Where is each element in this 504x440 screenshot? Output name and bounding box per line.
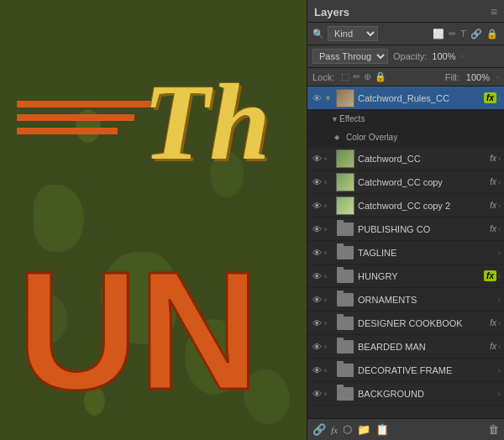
fx-badge-catchword-cc-copy2[interactable]: fx [490, 201, 496, 210]
chevron-bearded-man[interactable]: › [498, 343, 501, 351]
layer-name-tagline: TAGLINE [358, 248, 498, 258]
chevron-designer-cookbook[interactable]: › [498, 319, 501, 327]
expand-arrow-publishing-co[interactable]: › [324, 225, 333, 233]
folder-icon-decorative-frame [337, 364, 354, 377]
eye-icon-hungry[interactable]: 👁 [311, 271, 323, 281]
chevron-catchword-cc[interactable]: › [498, 155, 501, 163]
layer-catchword-rules-cc[interactable]: 👁 ▼ Catchword_Rules_CC fx › [307, 86, 504, 110]
eye-icon-bearded-man[interactable]: 👁 [311, 342, 323, 352]
expand-arrow-background[interactable]: › [324, 390, 333, 398]
fill-chevron[interactable]: › [496, 73, 499, 81]
eye-icon-background[interactable]: 👁 [311, 389, 323, 399]
layer-name-publishing-co: PUBLISHING CO [358, 224, 490, 234]
orange-line-1 [17, 101, 151, 107]
fx-badge-publishing-co[interactable]: fx [490, 224, 496, 233]
layer-thumb-hungry [336, 267, 354, 285]
layer-catchword-cc-copy2[interactable]: 👁 › Catchword_CC copy 2 fx › [307, 194, 504, 217]
layer-thumb-decorative-frame [336, 361, 354, 380]
expand-arrow-decorative-frame[interactable]: › [324, 366, 333, 375]
eye-icon-publishing-co[interactable]: 👁 [311, 224, 323, 234]
lock-position-btn[interactable]: ⊕ [364, 71, 371, 82]
filter-pixel-btn[interactable]: ⬜ [432, 28, 445, 40]
layers-panel: Layers ≡ 🔍 Kind ⬜ ✏ T 🔗 🔒 Pass Through O… [307, 0, 504, 440]
blend-mode-select[interactable]: Pass Through [312, 49, 388, 64]
layer-thumb-catchword-rules [336, 89, 354, 107]
layer-thumb-bearded-man [336, 338, 354, 356]
layer-bearded-man[interactable]: 👁 › BEARDED MAN fx › [307, 335, 504, 359]
fx-badge-catchword-cc-copy[interactable]: fx [490, 177, 496, 186]
expand-arrow-hungry[interactable]: › [324, 272, 333, 280]
eye-icon-catchword-rules[interactable]: 👁 [311, 93, 323, 103]
chevron-publishing-co[interactable]: › [498, 225, 501, 233]
chevron-catchword-cc-copy2[interactable]: › [498, 202, 501, 210]
eye-icon-catchword-cc-copy2[interactable]: 👁 [311, 201, 323, 211]
expand-arrow-effects[interactable]: ▼ [331, 115, 339, 123]
layer-catchword-cc-copy[interactable]: 👁 › Catchword_CC copy fx › [307, 170, 504, 194]
lock-paint-btn[interactable]: ✏ [353, 71, 360, 82]
filter-smart-btn[interactable]: 🔒 [486, 28, 499, 40]
filter-kind-select[interactable]: Kind [328, 26, 378, 41]
filter-icons: ⬜ ✏ T 🔗 🔒 [432, 28, 499, 40]
canvas: Th UN [0, 0, 307, 440]
expand-arrow-designer-cookbook[interactable]: › [324, 319, 333, 327]
eye-icon-tagline[interactable]: 👁 [311, 248, 323, 258]
link-icon[interactable]: 🔗 [312, 423, 326, 436]
opacity-label: Opacity: [393, 51, 427, 61]
fx-badge-hungry[interactable]: fx [484, 270, 496, 281]
folder-icon-tagline [337, 246, 354, 259]
fx-badge-catchword-rules[interactable]: fx [484, 92, 496, 103]
expand-arrow-tagline[interactable]: › [324, 249, 333, 257]
layer-designer-cookbook[interactable]: 👁 › DESIGNER COOKBOOK fx › [307, 312, 504, 335]
search-icon: 🔍 [312, 29, 324, 39]
fx-badge-designer-cookbook[interactable]: fx [490, 318, 496, 327]
layer-thumb-background [336, 385, 354, 403]
opacity-chevron[interactable]: › [461, 52, 464, 60]
fill-label: Fill: [445, 72, 459, 82]
canvas-text-un: UN [17, 247, 260, 415]
chevron-decorative-frame[interactable]: › [498, 366, 501, 375]
chevron-tagline[interactable]: › [498, 249, 501, 257]
eye-icon-catchword-cc[interactable]: 👁 [311, 154, 323, 164]
layer-ornaments[interactable]: 👁 › ORNAMENTS › [307, 288, 504, 312]
panel-title: Layers [314, 6, 349, 18]
chevron-hungry[interactable]: › [498, 272, 501, 280]
layer-color-overlay[interactable]: ◆ Color Overlay [307, 128, 504, 147]
new-group-icon[interactable]: 📁 [357, 423, 370, 436]
panel-menu-icon[interactable]: ≡ [491, 5, 497, 18]
eye-icon-designer-cookbook[interactable]: 👁 [311, 318, 323, 328]
chevron-catchword-rules[interactable]: › [498, 94, 501, 102]
blend-mode-row: Pass Through Opacity: 100% › [307, 45, 504, 68]
layer-background[interactable]: 👁 › BACKGROUND › [307, 382, 504, 406]
filter-shape-btn[interactable]: 🔗 [470, 28, 483, 40]
new-layer-icon[interactable]: 📋 [375, 423, 389, 436]
lock-transparent-btn[interactable]: ⬚ [341, 71, 349, 82]
chevron-ornaments[interactable]: › [498, 296, 501, 304]
fx-badge-catchword-cc[interactable]: fx [490, 154, 496, 163]
expand-arrow-ornaments[interactable]: › [324, 296, 333, 304]
lock-all-btn[interactable]: 🔒 [375, 71, 386, 82]
layer-publishing-co[interactable]: 👁 › PUBLISHING CO fx › [307, 217, 504, 241]
layer-hungry[interactable]: 👁 › HUNGRY fx › [307, 265, 504, 288]
fx-badge-bearded-man[interactable]: fx [490, 342, 496, 351]
layer-tagline[interactable]: 👁 › TAGLINE › [307, 241, 504, 265]
filter-adjustment-btn[interactable]: ✏ [448, 28, 457, 40]
adjustment-icon[interactable]: ⬡ [343, 423, 352, 436]
expand-arrow-catchword-cc-copy[interactable]: › [324, 178, 333, 186]
expand-arrow-catchword-rules[interactable]: ▼ [324, 94, 333, 102]
fx-icon[interactable]: fx [331, 425, 338, 435]
delete-layer-icon[interactable]: 🗑 [488, 423, 499, 436]
layer-decorative-frame[interactable]: 👁 › DECORATIVE FRAME › [307, 359, 504, 382]
layer-effects[interactable]: ▼ Effects [307, 110, 504, 128]
eye-icon-catchword-cc-copy[interactable]: 👁 [311, 177, 323, 187]
layer-catchword-cc[interactable]: 👁 › Catchword_CC fx › [307, 147, 504, 170]
expand-arrow-catchword-cc[interactable]: › [324, 155, 333, 163]
expand-arrow-catchword-cc-copy2[interactable]: › [324, 202, 333, 210]
eye-icon-decorative-frame[interactable]: 👁 [311, 365, 323, 375]
filter-type-btn[interactable]: T [459, 28, 467, 40]
layer-name-ornaments: ORNAMENTS [358, 295, 498, 305]
layer-thumb-ornaments [336, 291, 354, 309]
chevron-background[interactable]: › [498, 390, 501, 398]
chevron-catchword-cc-copy[interactable]: › [498, 178, 501, 186]
eye-icon-ornaments[interactable]: 👁 [311, 295, 323, 305]
expand-arrow-bearded-man[interactable]: › [324, 343, 333, 351]
